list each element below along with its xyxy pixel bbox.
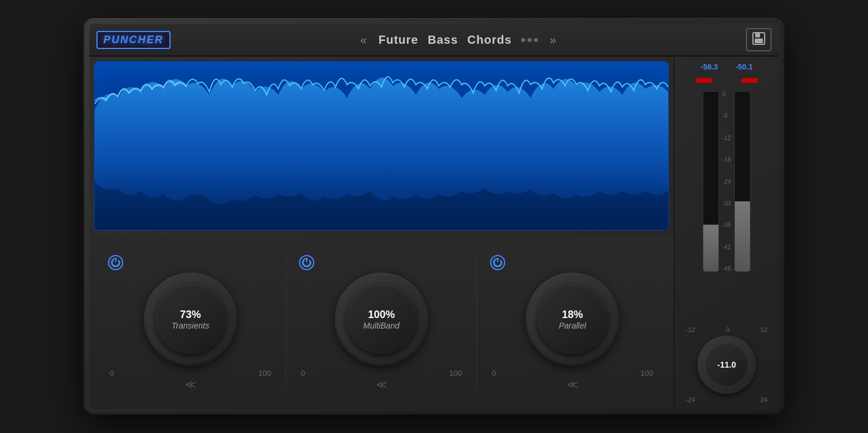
output-knob-outer[interactable]: -11.0 bbox=[697, 336, 756, 394]
nav-next-button[interactable]: » bbox=[550, 33, 556, 47]
scale-6: -6 bbox=[723, 113, 731, 119]
multiband-knob[interactable]: 100% MultiBand bbox=[335, 273, 428, 366]
vu-right-fill bbox=[735, 201, 750, 271]
controls-row: 73% Transients 0 100 ≪ bbox=[89, 235, 673, 409]
transients-section: 73% Transients 0 100 ≪ bbox=[95, 255, 286, 389]
transients-knob-inner: 73% Transients bbox=[155, 284, 225, 354]
multiband-expand-icon[interactable]: ≪ bbox=[376, 380, 387, 389]
vu-scale: 0 -6 -12 -18 -24 -30 -36 -42 -48 bbox=[721, 91, 732, 272]
vu-left-fill bbox=[703, 225, 718, 271]
nav-prev-button[interactable]: « bbox=[360, 33, 367, 47]
parallel-value: 18% bbox=[562, 309, 583, 321]
svg-point-4 bbox=[112, 259, 120, 267]
vu-left-channel bbox=[703, 91, 719, 272]
power-icon-2 bbox=[301, 257, 313, 268]
transients-min: 0 bbox=[110, 369, 114, 378]
waveform-svg bbox=[95, 62, 668, 230]
transients-knob[interactable]: 73% Transients bbox=[144, 273, 237, 366]
preset-name: Future Bass Chords bbox=[379, 33, 538, 47]
output-scale-pos24: 24 bbox=[761, 396, 768, 403]
power-icon bbox=[110, 257, 121, 268]
parallel-knob[interactable]: 18% Parallel bbox=[526, 273, 619, 366]
parallel-range: 0 100 bbox=[486, 369, 659, 378]
vu-left-track bbox=[703, 91, 719, 272]
multiband-min: 0 bbox=[301, 369, 305, 378]
multiband-max: 100 bbox=[449, 369, 462, 378]
multiband-section: 100% MultiBand 0 100 ≪ bbox=[286, 255, 477, 389]
preset-word2: Bass bbox=[428, 33, 458, 47]
preset-word3: Chords bbox=[467, 33, 512, 47]
output-knob[interactable]: -11.0 bbox=[697, 336, 756, 394]
transients-range: 0 100 bbox=[104, 369, 277, 378]
output-value: -11.0 bbox=[717, 360, 736, 369]
scale-30: -30 bbox=[723, 200, 731, 207]
transients-power-button[interactable] bbox=[108, 255, 123, 270]
scale-24: -24 bbox=[723, 179, 731, 185]
vu-values: -58.3 -50.1 bbox=[700, 62, 752, 71]
save-icon bbox=[751, 30, 767, 47]
waveform-display bbox=[94, 61, 669, 231]
multiband-value: 100% bbox=[368, 309, 395, 321]
parallel-power-button[interactable] bbox=[490, 255, 505, 270]
scale-36: -36 bbox=[723, 222, 731, 228]
save-button[interactable] bbox=[746, 28, 772, 51]
power-icon-3 bbox=[492, 257, 504, 268]
output-scale-pos12: 12 bbox=[761, 326, 768, 333]
transients-expand-icon[interactable]: ≪ bbox=[185, 380, 196, 389]
multiband-range: 0 100 bbox=[295, 369, 468, 378]
vu-left-value: -58.3 bbox=[700, 62, 718, 71]
dot-1 bbox=[521, 38, 525, 42]
vu-right-track bbox=[734, 91, 751, 272]
multiband-label: MultiBand bbox=[363, 321, 400, 330]
scale-12: -12 bbox=[723, 135, 731, 141]
dot-3 bbox=[534, 38, 538, 42]
output-section: -12 0 12 -11.0 bbox=[686, 326, 768, 403]
transients-max: 100 bbox=[258, 369, 271, 378]
multiband-power-button[interactable] bbox=[299, 255, 314, 270]
multiband-knob-outer[interactable]: 100% MultiBand bbox=[335, 273, 428, 366]
clip-right bbox=[741, 78, 758, 83]
vu-meter-area: 0 -6 -12 -18 -24 -30 -36 -42 -48 bbox=[703, 91, 751, 315]
vu-right-value: -50.1 bbox=[735, 62, 753, 71]
scale-48: -48 bbox=[723, 266, 731, 272]
parallel-knob-outer[interactable]: 18% Parallel bbox=[526, 273, 619, 366]
parallel-section: 18% Parallel 0 100 ≪ bbox=[477, 255, 668, 389]
scale-18: -18 bbox=[723, 156, 731, 163]
output-knob-inner: -11.0 bbox=[706, 344, 748, 386]
scale-0: 0 bbox=[723, 91, 731, 97]
output-scale-bottom: -24 24 bbox=[686, 396, 768, 403]
main-content: 73% Transients 0 100 ≪ bbox=[89, 57, 779, 409]
logo: PUNCHER bbox=[96, 31, 171, 49]
parallel-label: Parallel bbox=[559, 321, 586, 330]
transients-knob-outer[interactable]: 73% Transients bbox=[144, 273, 237, 366]
preset-dots bbox=[521, 38, 538, 42]
header-bar: PUNCHER « Future Bass Chords » bbox=[89, 24, 779, 57]
preset-word1: Future bbox=[379, 33, 418, 47]
multiband-knob-inner: 100% MultiBand bbox=[346, 284, 416, 354]
svg-rect-1 bbox=[755, 33, 760, 37]
nav-center: « Future Bass Chords » bbox=[171, 33, 746, 47]
clip-indicators bbox=[696, 78, 758, 83]
transients-label: Transients bbox=[172, 321, 209, 330]
left-panel: 73% Transients 0 100 ≪ bbox=[89, 57, 673, 409]
output-scale-neg12: -12 bbox=[686, 326, 695, 333]
parallel-max: 100 bbox=[640, 369, 653, 378]
output-scale-neg24: -24 bbox=[686, 396, 695, 403]
vu-right-channel bbox=[734, 91, 751, 272]
svg-point-12 bbox=[494, 259, 502, 267]
parallel-min: 0 bbox=[492, 369, 496, 378]
svg-rect-2 bbox=[755, 39, 763, 43]
dot-2 bbox=[527, 38, 532, 42]
right-panel: -58.3 -50.1 0 -6 - bbox=[673, 57, 779, 409]
svg-point-8 bbox=[303, 259, 311, 267]
parallel-expand-icon[interactable]: ≪ bbox=[567, 380, 578, 389]
scale-42: -42 bbox=[723, 244, 731, 250]
clip-left bbox=[696, 78, 712, 83]
transients-value: 73% bbox=[180, 309, 201, 321]
plugin-container: PUNCHER « Future Bass Chords » bbox=[84, 18, 784, 415]
parallel-knob-inner: 18% Parallel bbox=[537, 284, 607, 354]
